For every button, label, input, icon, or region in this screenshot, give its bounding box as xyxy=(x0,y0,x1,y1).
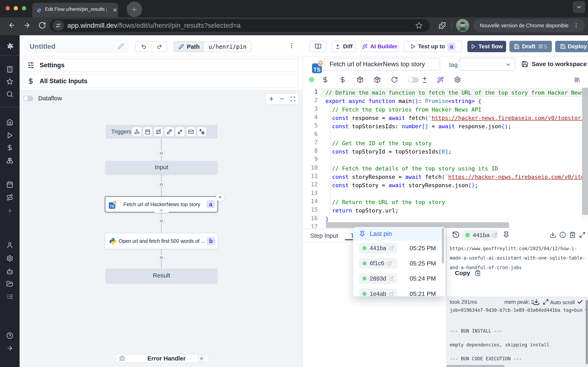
add-step-button[interactable] xyxy=(158,182,164,188)
expand-logs-icon[interactable] xyxy=(543,299,549,305)
pin-item-external-link-icon[interactable] xyxy=(389,291,394,296)
all-static-inputs-row[interactable]: All Static Inputs xyxy=(22,75,298,88)
package-icon[interactable] xyxy=(357,76,364,83)
pin-icon[interactable] xyxy=(503,231,510,238)
pin-item-pill[interactable]: 1e4ab xyxy=(359,289,397,296)
download-result-icon[interactable] xyxy=(550,232,556,238)
plus-minus-icon[interactable] xyxy=(421,76,428,83)
diff-button[interactable]: Diff xyxy=(332,41,356,52)
ai-wand-icon[interactable] xyxy=(437,76,444,83)
add-step-button[interactable] xyxy=(158,218,164,224)
trigger-poll-icon[interactable] xyxy=(197,127,206,136)
sidebar-item-folders-icon[interactable] xyxy=(6,280,13,287)
extensions-puzzle-icon[interactable] xyxy=(439,22,446,29)
expand-result-icon[interactable] xyxy=(579,232,586,238)
sidebar-item-apps-icon[interactable] xyxy=(6,66,13,73)
path-button[interactable]: Path xyxy=(174,42,204,52)
pin-item-pill[interactable]: 6f1c6 xyxy=(359,258,397,269)
add-step-button[interactable] xyxy=(158,254,164,261)
copy-button[interactable]: Copy xyxy=(455,269,481,276)
browser-menu-kebab-icon[interactable] xyxy=(573,22,579,29)
pin-item-external-link-icon[interactable] xyxy=(387,261,392,266)
profile-avatar[interactable] xyxy=(456,19,469,32)
result-value[interactable]: https://www.geoffreylitt.com/2025/04/12/… xyxy=(450,244,585,272)
sidebar-item-user-icon[interactable] xyxy=(6,242,13,249)
ai-builder-button[interactable]: AI Builder xyxy=(361,41,398,52)
sidebar-item-triggers-icon[interactable] xyxy=(6,194,13,201)
window-close-button[interactable] xyxy=(6,6,10,10)
last-pin-option[interactable]: Last pin xyxy=(353,227,445,241)
remove-node-button[interactable] xyxy=(216,193,224,201)
sidebar-item-star-icon[interactable] xyxy=(6,78,13,85)
result-node[interactable]: Result xyxy=(105,268,217,282)
test-flow-button[interactable]: Test flow xyxy=(467,41,506,52)
window-chevron-button[interactable] xyxy=(573,1,585,13)
reload-code-icon[interactable] xyxy=(391,76,398,83)
flow-node-b[interactable]: Open url and fetch first 500 words of ..… xyxy=(105,233,218,249)
library-icon[interactable] xyxy=(574,77,580,83)
expand-node-chevron[interactable] xyxy=(154,208,169,213)
editor-vscrollbar-thumb[interactable] xyxy=(582,88,588,215)
flow-canvas[interactable]: Dataflow Triggers Input TS Fetch url of … xyxy=(20,91,303,367)
trigger-http-icon[interactable] xyxy=(165,127,174,136)
sidebar-item-settings-icon[interactable] xyxy=(6,255,13,262)
step-name-input[interactable]: Fetch url of HackerNews top story xyxy=(324,58,440,71)
redo-icon[interactable] xyxy=(151,42,167,52)
chrome-update-button[interactable]: Nouvelle version de Chrome disponible xyxy=(473,19,585,32)
url-bar[interactable]: app.windmill.dev/flows/edit/u/henri/pin_… xyxy=(50,19,430,32)
sidebar-item-variables-icon[interactable] xyxy=(6,144,13,151)
settings-row[interactable]: Settings xyxy=(22,58,298,72)
sidebar-item-schedules-icon[interactable] xyxy=(6,181,13,188)
trigger-websocket-icon[interactable] xyxy=(176,127,185,136)
copy-result-clipboard-icon[interactable] xyxy=(569,232,576,238)
variables-dollar-icon[interactable] xyxy=(322,76,329,83)
deploy-button[interactable]: Deploy xyxy=(555,41,588,52)
autoscroll-label[interactable]: Auto scroll xyxy=(550,299,575,306)
window-minimize-button[interactable] xyxy=(14,6,18,10)
resources-dollar-icon[interactable] xyxy=(339,76,346,83)
forward-icon[interactable] xyxy=(23,22,31,29)
pin-item-external-link-icon[interactable] xyxy=(389,246,394,250)
pin-item-pill[interactable]: 441ba xyxy=(359,243,397,253)
code-editor[interactable]: 1// Define the main function to fetch th… xyxy=(303,87,588,228)
error-handler-node[interactable]: Error Handler xyxy=(115,354,208,363)
zoom-out-icon[interactable] xyxy=(279,96,285,102)
pin-item-pill[interactable]: 2893d xyxy=(359,273,397,284)
url-text[interactable]: app.windmill.dev/flows/edit/u/henri/pin_… xyxy=(67,19,241,32)
browser-tab[interactable]: Edit Flow u/henri/pin_results | xyxy=(32,3,118,17)
add-step-button[interactable] xyxy=(158,150,164,156)
tab-close-icon[interactable] xyxy=(112,7,118,13)
trigger-schedule-icon[interactable] xyxy=(143,127,152,136)
sidebar-item-workers-icon[interactable] xyxy=(6,268,13,275)
job-id-pill[interactable]: 441ba xyxy=(462,230,498,240)
trigger-email-icon[interactable] xyxy=(186,127,195,136)
trigger-webhook-icon[interactable] xyxy=(132,127,141,136)
package-icon-2[interactable] xyxy=(374,76,381,83)
flow-node-a[interactable]: TS Fetch url of HackerNews top story a xyxy=(105,196,218,212)
input-node[interactable]: Input xyxy=(105,161,217,174)
sidebar-item-resources-icon[interactable] xyxy=(6,157,13,164)
header-kebab-icon[interactable] xyxy=(288,42,295,49)
log-hscrollbar-thumb[interactable] xyxy=(447,365,504,367)
tag-select[interactable] xyxy=(459,58,515,71)
triggers-bar[interactable]: Triggers xyxy=(105,125,217,139)
add-error-handler-button[interactable] xyxy=(198,355,205,362)
draft-button[interactable]: Draft ⌘S xyxy=(509,41,552,52)
dropdown-scrollbar-thumb[interactable] xyxy=(442,228,444,264)
sidebar-item-expand-arrow-icon[interactable] xyxy=(6,345,13,352)
download-logs-icon[interactable] xyxy=(533,299,540,305)
docs-book-button[interactable] xyxy=(310,41,327,52)
job-external-link-icon[interactable] xyxy=(492,233,497,238)
edit-name-pencil-icon[interactable] xyxy=(118,43,124,49)
sidebar-item-runs-icon[interactable] xyxy=(6,132,13,139)
flow-name-input[interactable]: Untitled xyxy=(24,40,129,53)
window-zoom-button[interactable] xyxy=(22,6,26,10)
diff-toggle[interactable] xyxy=(408,77,419,83)
info-icon[interactable] xyxy=(559,232,566,238)
undo-icon[interactable] xyxy=(136,42,151,52)
autoscroll-check-icon[interactable] xyxy=(577,299,583,305)
reload-icon[interactable] xyxy=(38,21,46,29)
site-info-icon[interactable] xyxy=(53,20,64,31)
fit-view-icon[interactable] xyxy=(290,96,295,101)
sidebar-item-home-icon[interactable] xyxy=(6,119,13,125)
